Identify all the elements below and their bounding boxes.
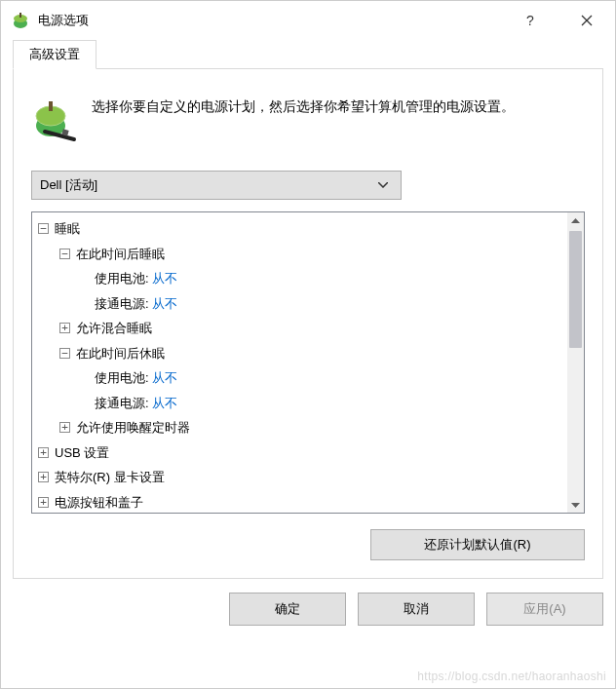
expand-icon[interactable]: + xyxy=(38,497,49,508)
expand-icon[interactable]: + xyxy=(38,447,49,458)
restore-defaults-button[interactable]: 还原计划默认值(R) xyxy=(370,529,585,560)
tree-item-usb[interactable]: +USB 设置 xyxy=(38,440,567,466)
description-text: 选择你要自定义的电源计划，然后选择你希望计算机管理的电源设置。 xyxy=(92,96,515,143)
svg-rect-9 xyxy=(49,101,53,111)
tree-item-power-buttons[interactable]: +电源按钮和盖子 xyxy=(38,490,567,510)
tree-item-hibernate-after[interactable]: −在此时间后休眠 xyxy=(38,341,567,366)
scroll-up-icon[interactable] xyxy=(567,212,584,229)
tab-strip: 高级设置 xyxy=(13,40,603,69)
value-link[interactable]: 从不 xyxy=(152,396,177,410)
tree-item-intel-graphics[interactable]: +英特尔(R) 显卡设置 xyxy=(38,465,567,490)
tree-item-sleep[interactable]: −睡眠 xyxy=(38,216,567,242)
tree-item-hibernate-after-plugged[interactable]: 接通电源: 从不 xyxy=(38,391,567,416)
close-button[interactable] xyxy=(558,1,615,40)
collapse-icon[interactable]: − xyxy=(59,249,70,259)
tree-item-hibernate-after-battery[interactable]: 使用电池: 从不 xyxy=(38,365,567,391)
expand-icon[interactable]: + xyxy=(59,422,70,433)
tree-item-sleep-after[interactable]: −在此时间后睡眠 xyxy=(38,242,567,267)
dialog-footer: 确定 取消 应用(A) xyxy=(13,593,603,626)
tree-item-sleep-after-battery[interactable]: 使用电池: 从不 xyxy=(38,266,567,291)
plan-select-value: Dell [活动] xyxy=(40,176,373,194)
power-icon xyxy=(31,96,78,143)
help-button[interactable]: ? xyxy=(502,1,558,40)
tree-item-wake-timers[interactable]: +允许使用唤醒定时器 xyxy=(38,415,567,440)
expand-icon[interactable]: + xyxy=(59,323,70,333)
scroll-track[interactable] xyxy=(567,229,584,496)
tab-advanced[interactable]: 高级设置 xyxy=(13,40,96,69)
tree-item-hybrid-sleep[interactable]: +允许混合睡眠 xyxy=(38,316,567,341)
scroll-thumb[interactable] xyxy=(569,231,582,348)
chevron-down-icon xyxy=(373,182,393,188)
svg-text:?: ? xyxy=(526,15,534,26)
app-icon xyxy=(11,11,30,30)
value-link[interactable]: 从不 xyxy=(152,296,177,311)
scroll-down-icon[interactable] xyxy=(567,496,584,513)
titlebar: 电源选项 ? xyxy=(1,1,615,40)
window-title: 电源选项 xyxy=(38,12,89,29)
cancel-button[interactable]: 取消 xyxy=(358,593,475,626)
plan-select[interactable]: Dell [活动] xyxy=(31,171,402,200)
watermark: https://blog.csdn.net/haoranhaoshi xyxy=(417,670,606,683)
ok-button[interactable]: 确定 xyxy=(229,593,346,626)
tab-content: 选择你要自定义的电源计划，然后选择你希望计算机管理的电源设置。 Dell [活动… xyxy=(13,69,603,579)
collapse-icon[interactable]: − xyxy=(38,223,49,234)
value-link[interactable]: 从不 xyxy=(152,271,177,286)
scrollbar[interactable] xyxy=(567,212,584,513)
tree-item-sleep-after-plugged[interactable]: 接通电源: 从不 xyxy=(38,291,567,317)
value-link[interactable]: 从不 xyxy=(152,370,177,385)
svg-rect-2 xyxy=(19,13,21,18)
settings-tree: −睡眠 −在此时间后睡眠 使用电池: 从不 接通电源: 从不 +允许混合睡眠 −… xyxy=(31,211,585,514)
apply-button[interactable]: 应用(A) xyxy=(486,593,603,626)
collapse-icon[interactable]: − xyxy=(59,348,70,359)
expand-icon[interactable]: + xyxy=(38,472,49,482)
